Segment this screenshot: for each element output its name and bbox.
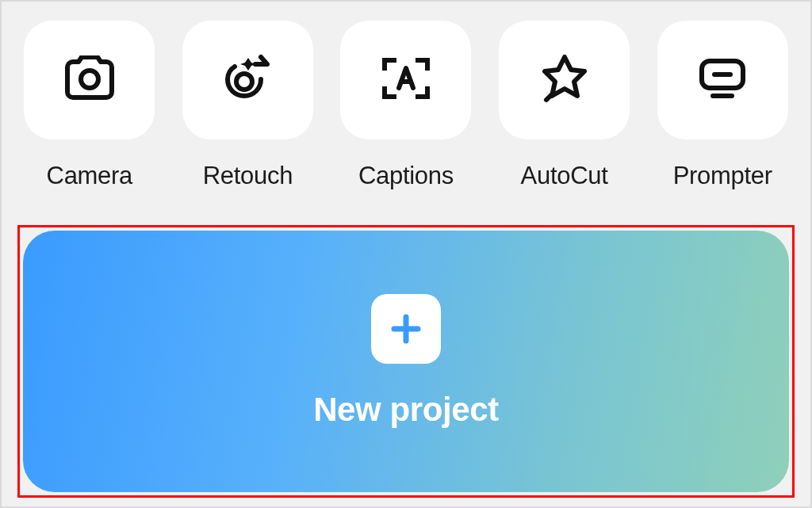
tool-tile (340, 21, 471, 139)
tool-autocut[interactable]: AutoCut (492, 21, 637, 190)
tool-prompter[interactable]: Prompter (650, 21, 795, 190)
tool-camera[interactable]: Camera (17, 21, 162, 190)
new-project-highlight: New project (17, 225, 795, 498)
camera-icon (62, 55, 117, 105)
autocut-icon (538, 52, 591, 108)
tool-label: Retouch (203, 162, 293, 190)
tool-toolbar: Camera Retouch (17, 21, 795, 190)
tool-label: Prompter (673, 162, 772, 190)
new-project-label: New project (313, 391, 499, 429)
tool-tile (657, 21, 788, 139)
tool-label: AutoCut (521, 162, 608, 190)
svg-point-1 (236, 74, 252, 90)
tool-tile (24, 21, 155, 139)
svg-point-0 (81, 71, 98, 88)
prompter-icon (697, 56, 748, 104)
tool-tile (182, 21, 313, 139)
tool-label: Camera (47, 162, 132, 190)
tool-label: Captions (358, 162, 454, 190)
tool-captions[interactable]: Captions (334, 21, 478, 190)
tool-tile (499, 21, 630, 139)
tool-retouch[interactable]: Retouch (176, 21, 320, 190)
retouch-icon (220, 53, 275, 107)
captions-icon (380, 55, 432, 105)
new-project-button[interactable]: New project (23, 231, 789, 492)
plus-icon (371, 294, 441, 364)
